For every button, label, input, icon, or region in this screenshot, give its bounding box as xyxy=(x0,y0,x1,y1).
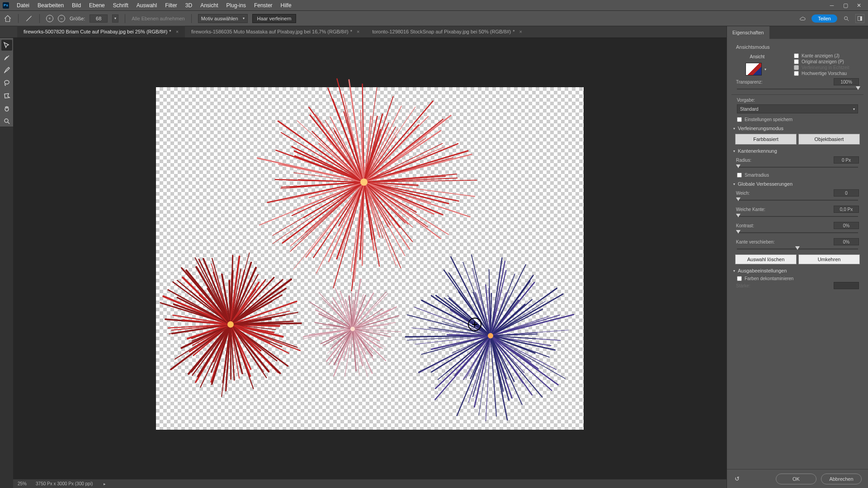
polygonal-lasso-tool[interactable] xyxy=(1,90,12,101)
menu-ebene[interactable]: Ebene xyxy=(85,2,109,9)
brush-tool-icon[interactable] xyxy=(25,14,33,23)
refine-mode-section[interactable]: ▾Verfeinerungsmodus xyxy=(733,126,862,131)
tab-close-icon[interactable]: × xyxy=(176,29,179,34)
contrast-value[interactable]: 0% xyxy=(834,222,859,229)
object-based-button[interactable]: Objektbasiert xyxy=(798,134,860,145)
refine-brush-tool[interactable] xyxy=(1,52,12,63)
menu-auswahl[interactable]: Auswahl xyxy=(132,2,161,9)
smart-radius-checkbox[interactable]: Smartradius xyxy=(737,173,863,178)
hand-tool[interactable] xyxy=(1,103,12,114)
cancel-button[interactable]: Abbrechen xyxy=(821,474,862,484)
view-mode-dropdown-icon[interactable]: ▾ xyxy=(762,63,769,75)
svg-line-359 xyxy=(435,336,491,389)
menu-datei[interactable]: Datei xyxy=(13,2,33,9)
reset-icon[interactable]: ↺ xyxy=(733,475,741,483)
hq-preview-checkbox[interactable]: Hochwertige Vorschau xyxy=(794,71,863,76)
shift-edge-label: Kante verschieben: xyxy=(736,239,775,244)
radius-slider[interactable] xyxy=(737,164,858,170)
menu-ansicht[interactable]: Ansicht xyxy=(196,2,222,9)
lasso-tool[interactable] xyxy=(1,78,12,89)
zoom-tool[interactable] xyxy=(1,116,12,127)
realtime-refine-checkbox: Verfeinerung in Echtzeit xyxy=(794,65,863,70)
decontaminate-checkbox[interactable]: Farben dekontaminieren xyxy=(737,276,863,281)
smooth-slider[interactable] xyxy=(737,197,858,203)
status-flyout-icon[interactable]: ▸ xyxy=(104,482,106,486)
remember-settings-checkbox[interactable]: Einstellungen speichern xyxy=(737,117,863,122)
brush-size-input[interactable] xyxy=(90,14,108,23)
feather-slider[interactable] xyxy=(737,214,858,219)
menu-filter[interactable]: Filter xyxy=(161,2,181,9)
global-refinements-section[interactable]: ▾Globale Verbesserungen xyxy=(733,181,862,187)
smooth-value[interactable]: 0 xyxy=(834,189,859,197)
invert-button[interactable]: Umkehren xyxy=(798,254,860,264)
amount-label: Stärke: xyxy=(736,283,750,288)
options-bar: + − Größe: ▾ Alle Ebenen aufnehmen Motiv… xyxy=(0,11,868,26)
workspace-switcher-icon[interactable] xyxy=(855,14,864,23)
feather-label: Weiche Kante: xyxy=(736,207,765,212)
ok-button[interactable]: OK xyxy=(776,474,816,484)
tab-dirty-indicator: * xyxy=(513,29,514,34)
canvas[interactable] xyxy=(156,87,584,430)
clear-selection-button[interactable]: Auswahl löschen xyxy=(735,254,797,264)
maximize-icon[interactable]: ▢ xyxy=(842,2,849,9)
view-mode-thumbnail[interactable] xyxy=(745,63,762,75)
quick-select-tool[interactable] xyxy=(1,40,12,51)
preset-dropdown[interactable]: Standard ▾ xyxy=(737,104,858,113)
transparency-slider[interactable] xyxy=(737,86,858,92)
subtract-from-selection-icon[interactable]: − xyxy=(58,15,65,22)
tool-strip xyxy=(0,38,13,127)
add-to-selection-icon[interactable]: + xyxy=(46,15,53,22)
share-button[interactable]: Teilen xyxy=(811,14,837,23)
svg-point-137 xyxy=(360,178,368,186)
svg-line-6 xyxy=(8,122,9,124)
chevron-down-icon: ▾ xyxy=(853,107,855,111)
show-edge-checkbox[interactable]: Kante anzeigen (J) xyxy=(794,53,863,58)
menu-fenster[interactable]: Fenster xyxy=(250,2,277,9)
main-menu-bar: Ps Datei Bearbeiten Bild Ebene Schrift A… xyxy=(0,0,868,11)
edge-detection-section[interactable]: ▾Kantenerkennung xyxy=(733,148,862,154)
document-tab[interactable]: fireworks-5007820 Briam Cute auf Pixabay… xyxy=(17,26,185,38)
output-section[interactable]: ▾Ausgabeeinstellungen xyxy=(733,268,862,273)
search-icon[interactable] xyxy=(842,14,851,23)
close-icon[interactable]: ✕ xyxy=(855,2,863,9)
cloud-doc-icon[interactable] xyxy=(798,14,807,23)
svg-line-411 xyxy=(491,294,563,336)
menu-plugins[interactable]: Plug-ins xyxy=(222,2,250,9)
home-icon[interactable] xyxy=(4,14,12,23)
contrast-slider[interactable] xyxy=(737,230,858,235)
properties-tab[interactable]: Eigenschaften xyxy=(727,26,769,39)
menu-3d[interactable]: 3D xyxy=(181,2,196,9)
menu-hilfe[interactable]: Hilfe xyxy=(277,2,296,9)
firework-pink-center xyxy=(301,277,405,382)
brush-size-dropdown-icon[interactable]: ▾ xyxy=(112,14,118,23)
tab-dirty-indicator: * xyxy=(350,29,352,34)
properties-tab-bar: Eigenschaften xyxy=(727,26,868,39)
radius-value[interactable]: 0 Px xyxy=(834,156,859,164)
menu-schrift[interactable]: Schrift xyxy=(109,2,132,9)
menu-bearbeiten[interactable]: Bearbeiten xyxy=(33,2,68,9)
svg-point-0 xyxy=(844,16,848,19)
zoom-level[interactable]: 25% xyxy=(18,481,27,486)
tab-dirty-indicator: * xyxy=(169,29,171,34)
show-original-checkbox[interactable]: Original anzeigen (P) xyxy=(794,59,863,64)
tab-close-icon[interactable]: × xyxy=(357,29,359,34)
brush-tool[interactable] xyxy=(1,65,12,76)
transparency-value[interactable]: 100% xyxy=(834,78,859,85)
feather-value[interactable]: 0,0 Px xyxy=(834,206,859,213)
svg-line-357 xyxy=(435,336,491,400)
minimize-icon[interactable]: ─ xyxy=(828,2,835,9)
shift-edge-slider[interactable] xyxy=(737,246,858,252)
refine-hair-button[interactable]: Haar verfeinern xyxy=(252,14,297,23)
svg-line-348 xyxy=(474,336,491,407)
brush-size-label: Größe: xyxy=(70,16,85,21)
select-subject-dropdown[interactable]: Motiv auswählen ▾ xyxy=(198,14,248,23)
menu-bild[interactable]: Bild xyxy=(68,2,85,9)
amount-value xyxy=(834,282,859,289)
tab-close-icon[interactable]: × xyxy=(519,29,522,34)
color-based-button[interactable]: Farbbasiert xyxy=(735,134,797,145)
document-dimensions: 3750 Px x 3000 Px (300 ppi) xyxy=(36,481,93,486)
document-tab[interactable]: toronto-1298016 StockSnap auf Pixabay.jp… xyxy=(366,26,528,38)
shift-edge-value[interactable]: 0% xyxy=(834,238,859,245)
canvas-workspace[interactable] xyxy=(13,38,726,479)
document-tab[interactable]: fireworks-1586035 Muto Masataka auf Pixa… xyxy=(185,26,366,38)
